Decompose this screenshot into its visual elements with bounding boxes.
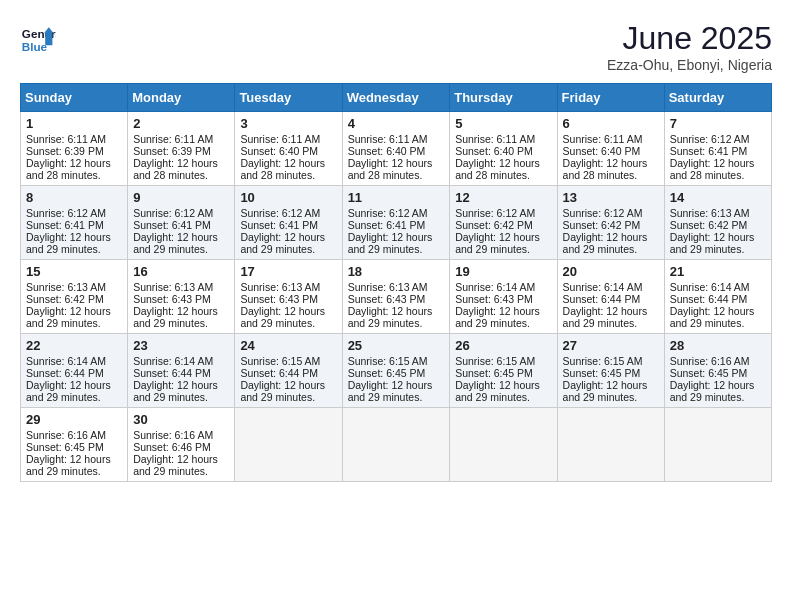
daylight-minutes: and 29 minutes. (348, 391, 423, 403)
daylight-label: Daylight: 12 hours (348, 379, 433, 391)
sunset: Sunset: 6:44 PM (26, 367, 104, 379)
day-number: 11 (348, 190, 445, 205)
daylight-label: Daylight: 12 hours (133, 453, 218, 465)
sunset: Sunset: 6:45 PM (348, 367, 426, 379)
sunset: Sunset: 6:43 PM (455, 293, 533, 305)
sunset: Sunset: 6:40 PM (240, 145, 318, 157)
daylight-minutes: and 29 minutes. (348, 243, 423, 255)
sunset: Sunset: 6:40 PM (563, 145, 641, 157)
title-block: June 2025 Ezza-Ohu, Ebonyi, Nigeria (607, 20, 772, 73)
day-number: 24 (240, 338, 336, 353)
svg-text:Blue: Blue (22, 40, 48, 53)
calendar-cell: 12 Sunrise: 6:12 AM Sunset: 6:42 PM Dayl… (450, 186, 557, 260)
day-number: 23 (133, 338, 229, 353)
daylight-minutes: and 29 minutes. (455, 317, 530, 329)
weekday-header-row: Sunday Monday Tuesday Wednesday Thursday… (21, 84, 772, 112)
sunset: Sunset: 6:42 PM (563, 219, 641, 231)
calendar-cell (557, 408, 664, 482)
calendar-cell (342, 408, 450, 482)
calendar-cell: 29 Sunrise: 6:16 AM Sunset: 6:45 PM Dayl… (21, 408, 128, 482)
sunrise: Sunrise: 6:11 AM (455, 133, 535, 145)
day-number: 17 (240, 264, 336, 279)
daylight-minutes: and 29 minutes. (455, 243, 530, 255)
daylight-minutes: and 28 minutes. (26, 169, 101, 181)
daylight-label: Daylight: 12 hours (563, 231, 648, 243)
calendar-cell: 8 Sunrise: 6:12 AM Sunset: 6:41 PM Dayli… (21, 186, 128, 260)
day-number: 13 (563, 190, 659, 205)
daylight-minutes: and 29 minutes. (26, 243, 101, 255)
daylight-minutes: and 29 minutes. (240, 317, 315, 329)
sunrise: Sunrise: 6:16 AM (133, 429, 213, 441)
daylight-minutes: and 29 minutes. (670, 391, 745, 403)
daylight-minutes: and 29 minutes. (670, 317, 745, 329)
calendar-cell: 6 Sunrise: 6:11 AM Sunset: 6:40 PM Dayli… (557, 112, 664, 186)
day-number: 29 (26, 412, 122, 427)
sunset: Sunset: 6:41 PM (348, 219, 426, 231)
calendar-cell: 13 Sunrise: 6:12 AM Sunset: 6:42 PM Dayl… (557, 186, 664, 260)
daylight-label: Daylight: 12 hours (455, 157, 540, 169)
daylight-label: Daylight: 12 hours (26, 453, 111, 465)
sunrise: Sunrise: 6:12 AM (455, 207, 535, 219)
sunrise: Sunrise: 6:13 AM (240, 281, 320, 293)
sunset: Sunset: 6:43 PM (133, 293, 211, 305)
sunrise: Sunrise: 6:12 AM (133, 207, 213, 219)
month-title: June 2025 (607, 20, 772, 57)
calendar-cell: 30 Sunrise: 6:16 AM Sunset: 6:46 PM Dayl… (128, 408, 235, 482)
header-friday: Friday (557, 84, 664, 112)
calendar-cell: 24 Sunrise: 6:15 AM Sunset: 6:44 PM Dayl… (235, 334, 342, 408)
daylight-minutes: and 28 minutes. (133, 169, 208, 181)
daylight-minutes: and 29 minutes. (133, 243, 208, 255)
daylight-label: Daylight: 12 hours (348, 231, 433, 243)
calendar-cell: 10 Sunrise: 6:12 AM Sunset: 6:41 PM Dayl… (235, 186, 342, 260)
sunset: Sunset: 6:41 PM (670, 145, 748, 157)
sunrise: Sunrise: 6:12 AM (348, 207, 428, 219)
sunset: Sunset: 6:41 PM (240, 219, 318, 231)
daylight-label: Daylight: 12 hours (563, 379, 648, 391)
header-thursday: Thursday (450, 84, 557, 112)
sunset: Sunset: 6:42 PM (670, 219, 748, 231)
sunset: Sunset: 6:41 PM (133, 219, 211, 231)
day-number: 9 (133, 190, 229, 205)
daylight-label: Daylight: 12 hours (670, 231, 755, 243)
calendar-cell (664, 408, 771, 482)
sunrise: Sunrise: 6:11 AM (563, 133, 643, 145)
sunrise: Sunrise: 6:13 AM (348, 281, 428, 293)
daylight-label: Daylight: 12 hours (26, 157, 111, 169)
daylight-minutes: and 29 minutes. (26, 317, 101, 329)
sunrise: Sunrise: 6:11 AM (348, 133, 428, 145)
daylight-label: Daylight: 12 hours (563, 305, 648, 317)
header-wednesday: Wednesday (342, 84, 450, 112)
day-number: 26 (455, 338, 551, 353)
daylight-minutes: and 29 minutes. (563, 243, 638, 255)
day-number: 7 (670, 116, 766, 131)
header-monday: Monday (128, 84, 235, 112)
day-number: 10 (240, 190, 336, 205)
calendar-cell: 4 Sunrise: 6:11 AM Sunset: 6:40 PM Dayli… (342, 112, 450, 186)
daylight-label: Daylight: 12 hours (348, 305, 433, 317)
daylight-label: Daylight: 12 hours (670, 305, 755, 317)
calendar-row-3: 15 Sunrise: 6:13 AM Sunset: 6:42 PM Dayl… (21, 260, 772, 334)
daylight-minutes: and 29 minutes. (240, 243, 315, 255)
day-number: 12 (455, 190, 551, 205)
day-number: 8 (26, 190, 122, 205)
day-number: 3 (240, 116, 336, 131)
sunset: Sunset: 6:44 PM (240, 367, 318, 379)
sunset: Sunset: 6:45 PM (670, 367, 748, 379)
sunrise: Sunrise: 6:11 AM (26, 133, 106, 145)
page-header: General Blue June 2025 Ezza-Ohu, Ebonyi,… (20, 20, 772, 73)
calendar-cell: 27 Sunrise: 6:15 AM Sunset: 6:45 PM Dayl… (557, 334, 664, 408)
sunrise: Sunrise: 6:12 AM (240, 207, 320, 219)
calendar-cell: 21 Sunrise: 6:14 AM Sunset: 6:44 PM Dayl… (664, 260, 771, 334)
calendar-cell: 20 Sunrise: 6:14 AM Sunset: 6:44 PM Dayl… (557, 260, 664, 334)
sunrise: Sunrise: 6:15 AM (563, 355, 643, 367)
daylight-label: Daylight: 12 hours (670, 379, 755, 391)
sunset: Sunset: 6:42 PM (455, 219, 533, 231)
daylight-minutes: and 29 minutes. (26, 465, 101, 477)
sunrise: Sunrise: 6:11 AM (240, 133, 320, 145)
sunset: Sunset: 6:45 PM (563, 367, 641, 379)
day-number: 20 (563, 264, 659, 279)
sunset: Sunset: 6:41 PM (26, 219, 104, 231)
sunset: Sunset: 6:43 PM (348, 293, 426, 305)
calendar-cell: 17 Sunrise: 6:13 AM Sunset: 6:43 PM Dayl… (235, 260, 342, 334)
daylight-label: Daylight: 12 hours (133, 231, 218, 243)
